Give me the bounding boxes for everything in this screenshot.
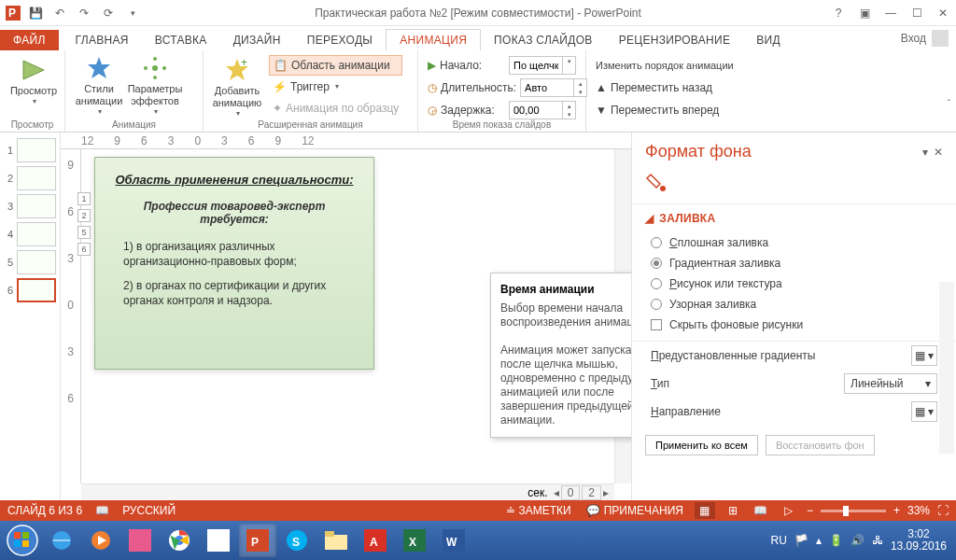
comments-button[interactable]: 💬ПРИМЕЧАНИЯ bbox=[583, 504, 687, 517]
tab-transitions[interactable]: ПЕРЕХОДЫ bbox=[294, 30, 386, 50]
tray-arrow-icon[interactable]: ▴ bbox=[816, 534, 822, 547]
repeat-button[interactable]: ⟳ bbox=[97, 2, 120, 24]
sign-in[interactable]: Вход bbox=[901, 30, 949, 47]
tab-design[interactable]: ДИЗАЙН bbox=[220, 30, 294, 50]
tab-file[interactable]: ФАЙЛ bbox=[0, 30, 59, 50]
tray-battery-icon[interactable]: 🔋 bbox=[829, 534, 843, 547]
tb-ie[interactable] bbox=[43, 524, 80, 557]
notes-button[interactable]: ≐ЗАМЕТКИ bbox=[502, 504, 575, 517]
apply-all-button[interactable]: Применить ко всем bbox=[645, 435, 758, 455]
anim-tag-5[interactable]: 5 bbox=[77, 226, 91, 239]
thumb-5[interactable]: 5 bbox=[4, 250, 56, 274]
pane-menu-icon[interactable]: ▾ bbox=[922, 146, 928, 159]
trigger-button[interactable]: ⚡Триггер▾ bbox=[269, 77, 402, 97]
thumb-6[interactable]: 6 bbox=[4, 278, 56, 302]
chk-hide-graphics[interactable]: Скрыть фоновые рисунки bbox=[651, 318, 937, 331]
slide-content[interactable]: Область применения специальности: Профес… bbox=[94, 157, 374, 370]
radio-gradient[interactable]: Градиентная заливка bbox=[651, 257, 937, 270]
svg-rect-28 bbox=[325, 535, 347, 550]
radio-pattern[interactable]: Узорная заливка bbox=[651, 298, 937, 311]
help-button[interactable]: ? bbox=[825, 2, 851, 24]
pane-close-icon[interactable]: ✕ bbox=[934, 146, 943, 159]
tb-powerpoint[interactable]: P bbox=[239, 524, 276, 557]
redo-button[interactable]: ↷ bbox=[73, 2, 95, 24]
tb-acrobat[interactable]: A bbox=[357, 524, 394, 557]
anim-tag-6[interactable]: 6 bbox=[77, 243, 91, 256]
tab-review[interactable]: РЕЦЕНЗИРОВАНИЕ bbox=[606, 30, 744, 50]
tb-skype[interactable]: S bbox=[278, 524, 316, 557]
page-next[interactable]: ▸ bbox=[603, 486, 609, 499]
anim-tag-2[interactable]: 2 bbox=[77, 209, 91, 222]
duration-input[interactable]: ▴▾ bbox=[520, 78, 587, 97]
slideshow-view-button[interactable]: ▷ bbox=[779, 502, 799, 519]
zoom-level[interactable]: 33% bbox=[907, 504, 930, 517]
thumb-2[interactable]: 2 bbox=[4, 166, 56, 190]
move-forward-button[interactable]: ▼Переместить вперед bbox=[592, 100, 749, 120]
zoom-slider[interactable] bbox=[821, 510, 886, 512]
thumb-3[interactable]: 3 bbox=[4, 194, 56, 218]
fit-window-button[interactable]: ⛶ bbox=[937, 504, 949, 517]
delay-input[interactable]: ▴▾ bbox=[509, 101, 576, 119]
preset-gradient-dropdown[interactable]: ▦ ▾ bbox=[911, 345, 937, 366]
sorter-view-button[interactable]: ⊞ bbox=[723, 502, 743, 519]
tab-home[interactable]: ГЛАВНАЯ bbox=[63, 30, 142, 50]
tb-word[interactable]: W bbox=[435, 524, 472, 557]
svg-rect-23 bbox=[207, 529, 230, 552]
anim-tag-1[interactable]: 1 bbox=[77, 192, 91, 205]
tab-insert[interactable]: ВСТАВКА bbox=[142, 30, 220, 50]
thumb-4[interactable]: 4 bbox=[4, 222, 56, 246]
close-button[interactable]: ✕ bbox=[930, 2, 956, 24]
animation-pane-button[interactable]: 📋Область анимации bbox=[269, 55, 402, 76]
reorder-label: Изменить порядок анимации bbox=[592, 55, 749, 76]
pane-scrollbar[interactable] bbox=[939, 282, 954, 454]
add-animation-button[interactable]: +Добавить анимацию▾ bbox=[209, 53, 265, 119]
canvas-scrollbar-h[interactable]: сек. ◂ 0 2 ▸ bbox=[81, 483, 614, 500]
move-back-button[interactable]: ▲Переместить назад bbox=[592, 77, 749, 98]
minimize-button[interactable]: ― bbox=[878, 2, 904, 24]
zoom-in-button[interactable]: + bbox=[893, 504, 900, 517]
qat-more[interactable]: ▾ bbox=[121, 2, 144, 24]
start-row: ▶Начало:▾ bbox=[424, 55, 580, 76]
svg-point-8 bbox=[144, 66, 148, 70]
tb-app2[interactable] bbox=[200, 524, 237, 557]
tab-slideshow[interactable]: ПОКАЗ СЛАЙДОВ bbox=[481, 30, 606, 50]
tb-explorer[interactable] bbox=[317, 524, 355, 557]
language-status[interactable]: РУССКИЙ bbox=[122, 504, 176, 517]
tb-excel[interactable]: X bbox=[396, 524, 433, 557]
fill-section-header[interactable]: ◢ЗАЛИВКА bbox=[632, 203, 956, 232]
ribbon-display-button[interactable]: ▣ bbox=[851, 2, 878, 24]
tray-flag-icon[interactable]: 🏳️ bbox=[794, 534, 808, 547]
animation-styles-button[interactable]: Стили анимации▾ bbox=[71, 51, 127, 118]
gradient-type-dropdown[interactable]: Линейный▾ bbox=[844, 373, 937, 394]
thumb-1[interactable]: 1 bbox=[4, 138, 56, 162]
maximize-button[interactable]: ☐ bbox=[904, 2, 930, 24]
fill-tab-icon[interactable] bbox=[632, 171, 956, 203]
effect-options-button[interactable]: Параметры эффектов▾ bbox=[127, 51, 183, 118]
tb-chrome[interactable] bbox=[161, 524, 198, 557]
undo-button[interactable]: ↶ bbox=[49, 2, 71, 24]
page-prev[interactable]: ◂ bbox=[554, 486, 559, 499]
gradient-direction-dropdown[interactable]: ▦ ▾ bbox=[911, 401, 937, 422]
radio-picture[interactable]: Рисунок или текстура bbox=[651, 277, 937, 290]
spellcheck-icon[interactable]: 📖 bbox=[95, 504, 109, 517]
slide-counter[interactable]: СЛАЙД 6 ИЗ 6 bbox=[7, 504, 82, 517]
tab-animation[interactable]: АНИМАЦИЯ bbox=[386, 29, 481, 50]
tray-volume-icon[interactable]: 🔊 bbox=[851, 534, 865, 547]
tray-network-icon[interactable]: 🖧 bbox=[872, 534, 883, 547]
zoom-out-button[interactable]: − bbox=[807, 504, 813, 517]
collapse-ribbon-button[interactable]: ˆ bbox=[948, 99, 950, 109]
radio-solid[interactable]: ССплошная заливкаплошная заливка bbox=[651, 236, 937, 249]
tb-app1[interactable] bbox=[121, 524, 159, 557]
start-button[interactable] bbox=[4, 522, 41, 559]
tray-clock[interactable]: 3:0213.09.2016 bbox=[891, 528, 947, 553]
save-button[interactable]: 💾 bbox=[24, 2, 47, 24]
preview-button[interactable]: Просмотр▾ bbox=[6, 53, 62, 107]
slide-item-2: 2) в органах по сертификации и других ор… bbox=[110, 278, 358, 308]
normal-view-button[interactable]: ▦ bbox=[695, 502, 715, 519]
slide-canvas[interactable]: 12963036912 963036 1 2 5 6 Область приме… bbox=[61, 133, 631, 500]
reading-view-button[interactable]: 📖 bbox=[751, 502, 771, 519]
tb-wmp[interactable] bbox=[82, 524, 120, 557]
tab-view[interactable]: ВИД bbox=[743, 30, 794, 50]
tray-lang[interactable]: RU bbox=[771, 534, 787, 547]
start-dropdown[interactable]: ▾ bbox=[509, 56, 576, 75]
